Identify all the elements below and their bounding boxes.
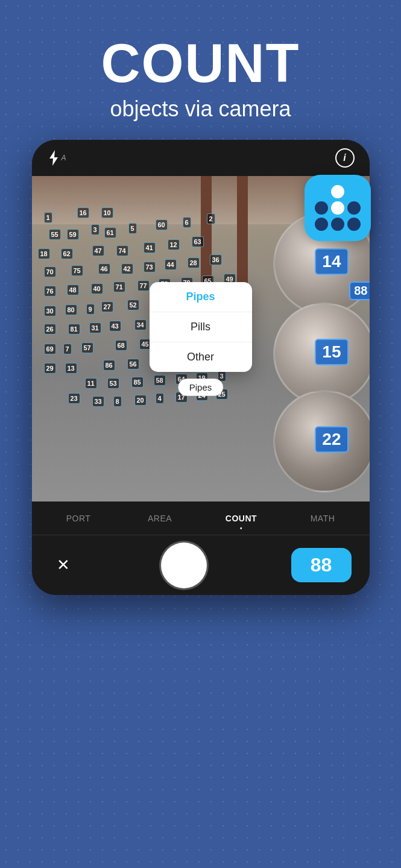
num-70: 70 bbox=[44, 266, 56, 277]
num-60: 60 bbox=[156, 219, 168, 230]
num-29: 29 bbox=[44, 363, 56, 374]
num-43: 43 bbox=[109, 321, 121, 332]
app-icon[interactable] bbox=[305, 175, 371, 241]
num-30: 30 bbox=[44, 306, 56, 316]
num-42: 42 bbox=[121, 263, 133, 274]
pipe-count-88: 88 bbox=[349, 281, 369, 300]
num-53: 53 bbox=[107, 378, 119, 389]
num-76: 76 bbox=[44, 286, 56, 297]
num-63: 63 bbox=[192, 236, 204, 247]
num-47: 47 bbox=[92, 245, 104, 256]
num-55: 55 bbox=[49, 229, 61, 240]
num-73: 73 bbox=[144, 262, 156, 272]
num-11: 11 bbox=[85, 378, 97, 389]
num-13: 13 bbox=[65, 363, 77, 374]
num-4: 4 bbox=[156, 393, 164, 404]
num-52: 52 bbox=[127, 300, 139, 310]
num-85: 85 bbox=[131, 377, 144, 388]
app-icon-dot-bl bbox=[315, 218, 328, 231]
app-icon-dot-br bbox=[347, 218, 361, 231]
num-26: 26 bbox=[44, 324, 56, 335]
num-59: 59 bbox=[67, 229, 79, 240]
app-icon-dot-top bbox=[331, 185, 344, 198]
num-46: 46 bbox=[98, 263, 110, 274]
count-badge[interactable]: 88 bbox=[291, 548, 352, 582]
num-27: 27 bbox=[101, 301, 113, 312]
num-62: 62 bbox=[61, 248, 73, 259]
hero-subtitle: objects via camera bbox=[0, 96, 401, 122]
num-68: 68 bbox=[115, 340, 127, 351]
nav-item-math[interactable]: MATH bbox=[282, 514, 364, 523]
num-44: 44 bbox=[165, 259, 177, 270]
top-bar: A i bbox=[32, 140, 370, 176]
num-28: 28 bbox=[188, 257, 200, 268]
nav-item-count[interactable]: COUNT bbox=[201, 514, 282, 523]
flash-icon[interactable]: A bbox=[47, 150, 66, 166]
num-7: 7 bbox=[63, 344, 72, 354]
num-57: 57 bbox=[81, 342, 93, 353]
num-36: 36 bbox=[210, 254, 222, 265]
num-33: 33 bbox=[92, 396, 104, 407]
dropdown-item-other[interactable]: Other bbox=[150, 342, 252, 372]
bottom-controls: ✕ 88 bbox=[32, 535, 370, 595]
num-31: 31 bbox=[89, 322, 101, 333]
dropdown-popup[interactable]: Pipes Pills Other bbox=[150, 282, 252, 372]
pipes-pill-label[interactable]: Pipes bbox=[178, 379, 224, 396]
num-41: 41 bbox=[144, 242, 156, 253]
num-16: 16 bbox=[77, 207, 89, 218]
num-6: 6 bbox=[183, 217, 191, 228]
app-icon-dot-center bbox=[331, 201, 344, 215]
num-9: 9 bbox=[86, 304, 95, 315]
num-58: 58 bbox=[154, 375, 166, 386]
hero-title: COUNT bbox=[0, 36, 401, 90]
shutter-button[interactable] bbox=[161, 542, 207, 588]
num-1: 1 bbox=[44, 212, 52, 223]
num-3: 3 bbox=[91, 224, 99, 235]
num-23: 23 bbox=[68, 393, 80, 404]
num-48: 48 bbox=[67, 285, 79, 295]
num-2: 2 bbox=[207, 213, 215, 224]
app-icon-dot-right bbox=[347, 201, 361, 215]
svg-marker-0 bbox=[49, 150, 58, 166]
app-icon-dot-left bbox=[315, 201, 328, 215]
dropdown-item-pipes[interactable]: Pipes bbox=[150, 282, 252, 312]
nav-item-area[interactable]: AREA bbox=[119, 514, 201, 523]
num-8b: 8 bbox=[113, 396, 122, 407]
num-34: 34 bbox=[134, 319, 147, 330]
pipe-count-14: 14 bbox=[315, 248, 348, 275]
num-74: 74 bbox=[116, 245, 128, 256]
num-61: 61 bbox=[104, 227, 116, 238]
num-81: 81 bbox=[68, 324, 80, 335]
num-40: 40 bbox=[91, 283, 103, 294]
pipe-count-15: 15 bbox=[315, 339, 348, 365]
num-80: 80 bbox=[65, 304, 77, 315]
num-75: 75 bbox=[71, 265, 83, 276]
app-icon-dot-bc bbox=[331, 218, 344, 231]
info-icon[interactable]: i bbox=[335, 148, 355, 168]
num-77: 77 bbox=[137, 280, 150, 291]
nav-item-port[interactable]: PORT bbox=[38, 514, 119, 523]
num-71: 71 bbox=[113, 281, 125, 292]
dropdown-item-pills[interactable]: Pills bbox=[150, 312, 252, 342]
num-69: 69 bbox=[44, 344, 56, 354]
num-5: 5 bbox=[128, 223, 137, 234]
num-12: 12 bbox=[168, 239, 180, 250]
num-10: 10 bbox=[101, 207, 113, 218]
num-20: 20 bbox=[134, 395, 147, 406]
hero-section: COUNT objects via camera bbox=[0, 0, 401, 134]
num-86: 86 bbox=[103, 360, 115, 371]
close-button[interactable]: ✕ bbox=[50, 552, 77, 579]
num-18: 18 bbox=[38, 248, 50, 259]
bottom-nav: PORT AREA COUNT MATH bbox=[32, 502, 370, 535]
num-56: 56 bbox=[127, 359, 139, 370]
pipe-count-22: 22 bbox=[315, 426, 348, 453]
